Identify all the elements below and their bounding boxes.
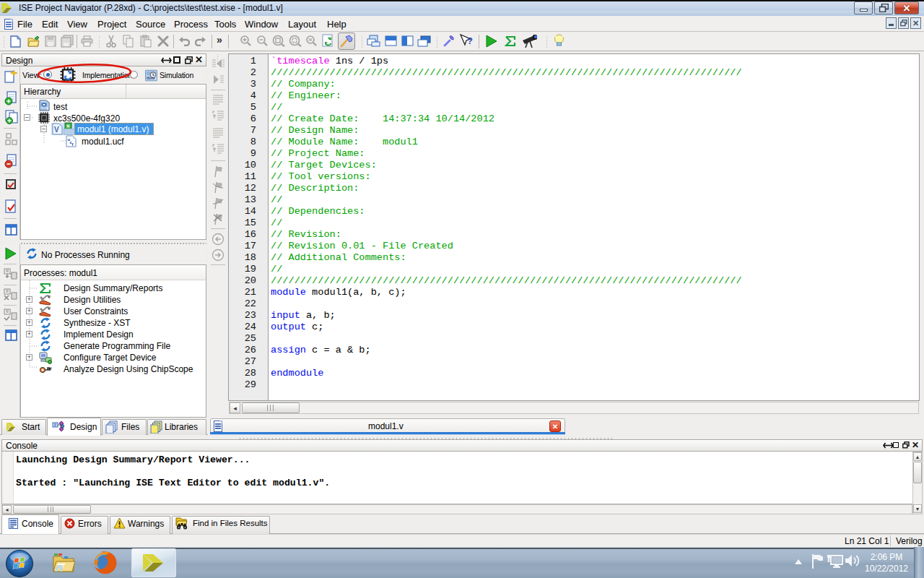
svg-text:?: ? xyxy=(467,35,473,46)
svg-text:V: V xyxy=(54,126,59,134)
svg-text:ISim: ISim xyxy=(147,76,155,80)
